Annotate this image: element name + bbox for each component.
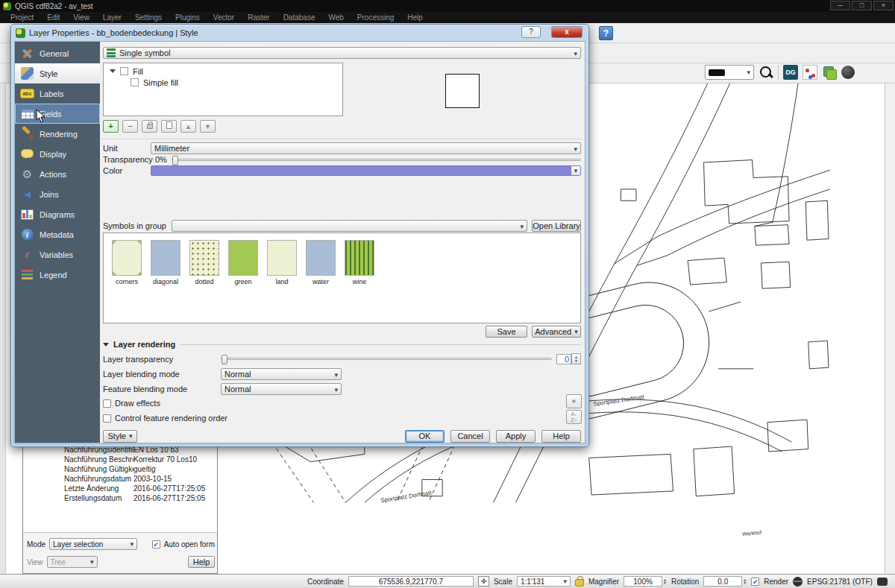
menu-plugins[interactable]: Plugins [169, 13, 206, 22]
list-item[interactable]: land [266, 240, 298, 323]
remove-symbol-layer-button[interactable]: − [122, 120, 138, 133]
symbols-group-combo[interactable] [172, 220, 527, 232]
layer-rendering-header[interactable]: Layer rendering [103, 340, 581, 349]
sidebar-item-fields[interactable]: Fields [15, 104, 100, 124]
lock-symbol-layer-button[interactable] [142, 120, 157, 133]
renderer-combo[interactable]: Single symbol [103, 47, 581, 59]
open-library-button[interactable]: Open Library [532, 220, 581, 232]
chevron-down-icon[interactable] [571, 166, 580, 175]
crs-globe-icon[interactable] [793, 577, 803, 587]
duplicate-symbol-layer-button[interactable] [161, 120, 177, 133]
minimize-button[interactable]: ─ [830, 1, 850, 10]
sidebar-item-display[interactable]: Display [15, 144, 100, 164]
slider-handle[interactable] [222, 355, 227, 364]
color-button[interactable] [151, 165, 581, 176]
move-up-button[interactable]: ▲ [180, 120, 196, 133]
help-toolbar-button[interactable]: ? [599, 26, 613, 40]
menu-edit[interactable]: Edit [41, 13, 66, 22]
network-plugin-icon[interactable] [803, 65, 817, 80]
dialog-help-button[interactable]: ? [521, 26, 541, 38]
sidebar-item-variables[interactable]: εVariables [15, 244, 100, 265]
sidebar-item-actions[interactable]: ⚙Actions [15, 164, 100, 184]
table-row[interactable]: Nachführung Gültigkeitgueltig [23, 464, 217, 474]
coordinate-input[interactable]: 675536.9,221770.7 [348, 576, 474, 587]
mode-combo[interactable]: Layer selection [49, 538, 137, 550]
crs-text[interactable]: EPSG:21781 (OTF) [807, 578, 873, 586]
tree-row-simple-fill[interactable]: Simple fill [104, 77, 342, 88]
table-row[interactable]: Erstellungsdatum2016-06-27T17:25:05 [23, 493, 217, 503]
spinner-arrows[interactable]: ▲▼ [571, 353, 581, 364]
render-checkbox[interactable] [751, 578, 759, 586]
globe-plugin-icon[interactable] [841, 66, 855, 79]
sidebar-item-style[interactable]: Style [15, 63, 100, 83]
menu-web[interactable]: Web [322, 13, 349, 22]
advanced-button[interactable]: Advanced [532, 326, 581, 338]
auto-open-form-checkbox[interactable] [152, 540, 160, 549]
sort-order-button[interactable]: A↓Z↑ [566, 410, 582, 424]
table-row[interactable]: Letzte Änderung2016-06-27T17:25:05 [23, 484, 217, 493]
layer-blending-combo[interactable]: Normal [221, 368, 342, 380]
tree-row-fill[interactable]: Fill [104, 66, 342, 77]
dialog-titlebar[interactable]: Layer Properties - bb_bodenbedeckung | S… [11, 25, 588, 41]
dg-plugin-icon[interactable]: DG [783, 65, 798, 80]
layer-transparency-slider[interactable] [221, 358, 552, 360]
list-item[interactable]: wine [344, 240, 375, 323]
slider-handle[interactable] [172, 156, 178, 165]
identify-help-button[interactable]: Help [188, 556, 215, 568]
menu-database[interactable]: Database [277, 13, 321, 22]
messages-icon[interactable] [877, 578, 888, 586]
table-row[interactable]: Nachführungsdatum2003-10-15 [23, 474, 217, 484]
scale-lock-icon[interactable] [575, 579, 584, 587]
sidebar-item-joins[interactable]: ◀Joins [15, 184, 100, 204]
list-item[interactable]: water [305, 240, 336, 323]
list-item[interactable]: corners [111, 240, 142, 323]
list-item[interactable]: dotted [189, 240, 220, 323]
move-down-button[interactable]: ▼ [200, 120, 216, 133]
sidebar-item-diagrams[interactable]: Diagrams [15, 204, 100, 224]
menu-layer[interactable]: Layer [97, 13, 128, 22]
apply-button[interactable]: Apply [496, 430, 536, 443]
menu-raster[interactable]: Raster [242, 13, 275, 22]
magnifier-spinner[interactable]: 100%▲▼ [624, 576, 667, 587]
menu-settings[interactable]: Settings [129, 13, 168, 22]
zoom-search-icon[interactable] [759, 65, 773, 80]
add-symbol-layer-button[interactable]: + [103, 120, 119, 133]
layer-transparency-value[interactable]: 0 [556, 354, 571, 364]
menu-project[interactable]: Project [4, 13, 40, 22]
style-preset-combo[interactable] [705, 65, 754, 80]
list-item[interactable]: green [227, 240, 259, 323]
menu-view[interactable]: View [67, 13, 95, 22]
symbol-tree[interactable]: Fill Simple fill [103, 63, 343, 116]
help-button[interactable]: Help [541, 430, 581, 443]
ok-button[interactable]: OK [405, 430, 445, 443]
dialog-close-button[interactable]: x [551, 26, 582, 38]
maximize-button[interactable]: □ [852, 1, 872, 10]
table-row[interactable]: Nachführung BeschreiKorrektur 70 Los10 [23, 455, 217, 464]
brush-icon [20, 127, 34, 141]
style-menu-button[interactable]: Style [103, 430, 137, 443]
sidebar-item-general[interactable]: General [15, 43, 100, 63]
menu-processing[interactable]: Processing [351, 13, 400, 22]
draw-effects-checkbox[interactable] [103, 399, 111, 408]
list-item[interactable]: diagonal [150, 240, 181, 323]
menu-vector[interactable]: Vector [207, 13, 240, 22]
close-button[interactable]: × [873, 1, 894, 10]
sidebar-item-metadata[interactable]: iMetadata [15, 224, 100, 244]
view-combo[interactable]: Tree [47, 556, 98, 568]
cancel-button[interactable]: Cancel [450, 430, 490, 443]
tree-expander-icon[interactable] [110, 69, 116, 73]
sidebar-item-rendering[interactable]: Rendering [15, 124, 100, 144]
control-order-checkbox[interactable] [103, 414, 111, 423]
feature-blending-combo[interactable]: Normal [221, 383, 342, 395]
save-button[interactable]: Save [486, 326, 527, 338]
mouse-track-icon[interactable]: ✜ [478, 576, 489, 587]
rotation-spinner[interactable]: 0.0▲▼ [703, 576, 747, 587]
layers-plugin-icon[interactable] [822, 65, 837, 80]
unit-combo[interactable]: Millimeter [151, 142, 581, 154]
effects-options-button[interactable]: ✶ [566, 394, 582, 408]
sidebar-item-labels[interactable]: abcLabels [15, 83, 100, 104]
transparency-slider[interactable] [172, 159, 581, 161]
menu-help[interactable]: Help [401, 13, 429, 22]
sidebar-item-legend[interactable]: Legend [15, 265, 100, 285]
scale-combo[interactable]: 1:1'131 [517, 576, 571, 587]
